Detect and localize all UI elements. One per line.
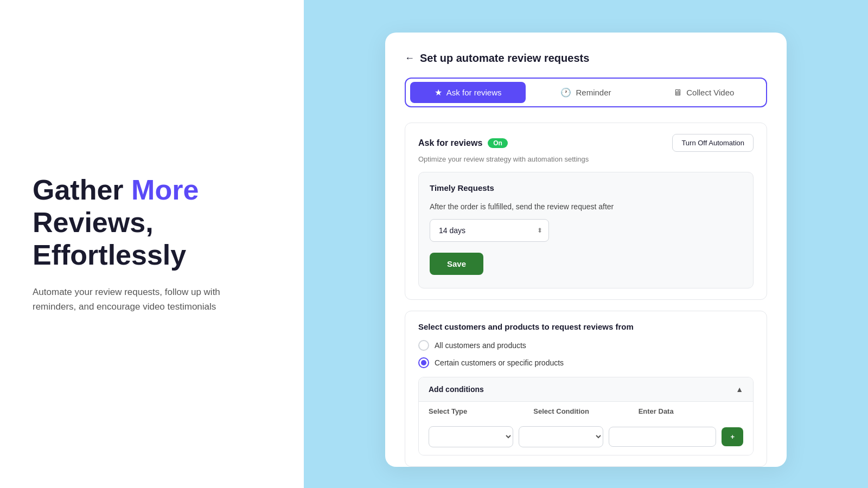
star-icon: ★ [435, 87, 442, 98]
hero-subtitle: Automate your review requests, follow up… [33, 285, 250, 314]
radio-circle-all [418, 340, 429, 351]
clock-icon: 🕐 [560, 87, 571, 98]
hero-title: Gather More Reviews, Effortlessly [33, 174, 271, 271]
monitor-icon: 🖥 [673, 88, 682, 98]
add-condition-button[interactable]: + [722, 427, 743, 446]
enter-data-input[interactable] [609, 427, 716, 447]
add-conditions-box: Add conditions ▲ Select Type Select Cond… [418, 377, 754, 455]
days-select[interactable]: 1 day 3 days 7 days 14 days 30 days [430, 219, 549, 242]
col-type: Select Type [429, 407, 533, 415]
status-badge: On [488, 138, 508, 148]
days-select-wrapper: 1 day 3 days 7 days 14 days 30 days ⬍ [430, 219, 549, 242]
tab-reminder[interactable]: 🕐 Reminder [528, 82, 643, 103]
tab-ask-label: Ask for reviews [446, 88, 502, 97]
ask-reviews-section: Ask for reviews On Turn Off Automation O… [405, 123, 767, 300]
add-conditions-header: Add conditions ▲ [419, 377, 753, 401]
tabs-bar: ★ Ask for reviews 🕐 Reminder 🖥 Collect V… [405, 78, 767, 107]
tab-reminder-label: Reminder [576, 88, 611, 97]
conditions-inputs-row: + [419, 421, 753, 455]
save-button[interactable]: Save [430, 253, 483, 275]
select-customers-title: Select customers and products to request… [418, 322, 754, 331]
ask-reviews-header: Ask for reviews On Turn Off Automation [418, 134, 754, 152]
select-type-input[interactable] [429, 426, 513, 447]
ask-reviews-title: Ask for reviews [418, 138, 482, 148]
turn-off-automation-button[interactable]: Turn Off Automation [672, 134, 754, 152]
radio-certain-customers[interactable]: Certain customers or specific products [418, 357, 754, 368]
tab-ask-reviews[interactable]: ★ Ask for reviews [410, 82, 526, 103]
chevron-up-icon[interactable]: ▲ [736, 385, 743, 394]
ask-description: Optimize your review strategy with autom… [418, 155, 754, 163]
conditions-table-header: Select Type Select Condition Enter Data [419, 401, 753, 421]
back-header: ← Set up automate review requests [405, 52, 767, 65]
col-condition: Select Condition [533, 407, 638, 415]
right-panel: ← Set up automate review requests ★ Ask … [304, 0, 868, 488]
back-arrow-icon[interactable]: ← [405, 53, 414, 64]
main-card: ← Set up automate review requests ★ Ask … [385, 33, 787, 467]
timely-requests-box: Timely Requests After the order is fulfi… [418, 172, 754, 288]
tab-collect-label: Collect Video [686, 88, 734, 97]
page-title: Set up automate review requests [420, 52, 589, 65]
radio-inner-dot [421, 360, 426, 365]
radio-all-customers[interactable]: All customers and products [418, 340, 754, 351]
left-panel: Gather More Reviews, Effortlessly Automa… [0, 0, 304, 488]
tab-collect-video[interactable]: 🖥 Collect Video [646, 82, 762, 103]
send-label: After the order is fulfilled, send the r… [430, 201, 742, 213]
col-data: Enter Data [639, 407, 743, 415]
timely-requests-title: Timely Requests [430, 183, 742, 192]
add-conditions-title: Add conditions [429, 385, 484, 394]
radio-circle-certain [418, 357, 429, 368]
ask-title-group: Ask for reviews On [418, 138, 508, 148]
radio-all-label: All customers and products [435, 341, 526, 350]
radio-certain-label: Certain customers or specific products [435, 358, 564, 367]
select-customers-section: Select customers and products to request… [405, 311, 767, 467]
select-condition-input[interactable] [519, 426, 603, 447]
